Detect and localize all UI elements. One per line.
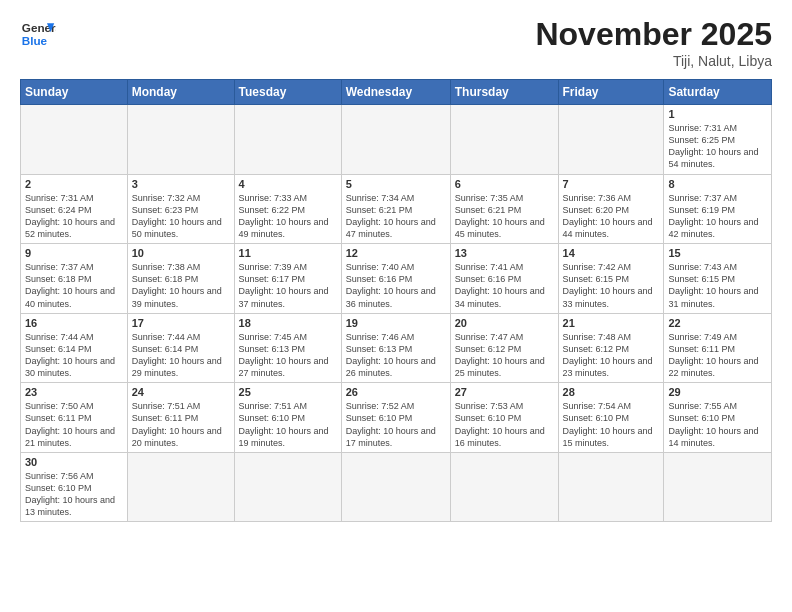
calendar-cell: 21Sunrise: 7:48 AM Sunset: 6:12 PM Dayli… xyxy=(558,313,664,383)
day-number: 7 xyxy=(563,178,660,190)
calendar-cell: 24Sunrise: 7:51 AM Sunset: 6:11 PM Dayli… xyxy=(127,383,234,453)
day-info: Sunrise: 7:49 AM Sunset: 6:11 PM Dayligh… xyxy=(668,331,767,380)
calendar-cell: 16Sunrise: 7:44 AM Sunset: 6:14 PM Dayli… xyxy=(21,313,128,383)
weekday-header-saturday: Saturday xyxy=(664,80,772,105)
calendar-cell: 1Sunrise: 7:31 AM Sunset: 6:25 PM Daylig… xyxy=(664,105,772,175)
weekday-header-wednesday: Wednesday xyxy=(341,80,450,105)
day-info: Sunrise: 7:44 AM Sunset: 6:14 PM Dayligh… xyxy=(132,331,230,380)
calendar-cell: 26Sunrise: 7:52 AM Sunset: 6:10 PM Dayli… xyxy=(341,383,450,453)
day-number: 27 xyxy=(455,386,554,398)
calendar-cell xyxy=(341,105,450,175)
day-info: Sunrise: 7:46 AM Sunset: 6:13 PM Dayligh… xyxy=(346,331,446,380)
day-info: Sunrise: 7:36 AM Sunset: 6:20 PM Dayligh… xyxy=(563,192,660,241)
calendar-cell xyxy=(450,105,558,175)
calendar-week-row: 30Sunrise: 7:56 AM Sunset: 6:10 PM Dayli… xyxy=(21,452,772,522)
day-number: 6 xyxy=(455,178,554,190)
calendar-cell: 14Sunrise: 7:42 AM Sunset: 6:15 PM Dayli… xyxy=(558,244,664,314)
calendar-cell xyxy=(450,452,558,522)
day-number: 26 xyxy=(346,386,446,398)
calendar-cell: 10Sunrise: 7:38 AM Sunset: 6:18 PM Dayli… xyxy=(127,244,234,314)
day-info: Sunrise: 7:41 AM Sunset: 6:16 PM Dayligh… xyxy=(455,261,554,310)
calendar-cell xyxy=(664,452,772,522)
day-info: Sunrise: 7:47 AM Sunset: 6:12 PM Dayligh… xyxy=(455,331,554,380)
weekday-header-row: SundayMondayTuesdayWednesdayThursdayFrid… xyxy=(21,80,772,105)
day-number: 18 xyxy=(239,317,337,329)
day-number: 15 xyxy=(668,247,767,259)
calendar-cell xyxy=(234,105,341,175)
calendar-week-row: 2Sunrise: 7:31 AM Sunset: 6:24 PM Daylig… xyxy=(21,174,772,244)
day-info: Sunrise: 7:55 AM Sunset: 6:10 PM Dayligh… xyxy=(668,400,767,449)
day-number: 25 xyxy=(239,386,337,398)
calendar-cell xyxy=(127,452,234,522)
calendar-cell: 29Sunrise: 7:55 AM Sunset: 6:10 PM Dayli… xyxy=(664,383,772,453)
day-info: Sunrise: 7:53 AM Sunset: 6:10 PM Dayligh… xyxy=(455,400,554,449)
day-number: 17 xyxy=(132,317,230,329)
day-info: Sunrise: 7:48 AM Sunset: 6:12 PM Dayligh… xyxy=(563,331,660,380)
weekday-header-sunday: Sunday xyxy=(21,80,128,105)
day-number: 29 xyxy=(668,386,767,398)
logo: General Blue xyxy=(20,16,56,52)
day-info: Sunrise: 7:54 AM Sunset: 6:10 PM Dayligh… xyxy=(563,400,660,449)
day-number: 3 xyxy=(132,178,230,190)
day-info: Sunrise: 7:51 AM Sunset: 6:10 PM Dayligh… xyxy=(239,400,337,449)
calendar-cell: 7Sunrise: 7:36 AM Sunset: 6:20 PM Daylig… xyxy=(558,174,664,244)
generalblue-logo-icon: General Blue xyxy=(20,16,56,52)
day-info: Sunrise: 7:45 AM Sunset: 6:13 PM Dayligh… xyxy=(239,331,337,380)
svg-text:Blue: Blue xyxy=(22,34,48,47)
day-number: 5 xyxy=(346,178,446,190)
day-number: 11 xyxy=(239,247,337,259)
calendar-cell xyxy=(558,452,664,522)
day-info: Sunrise: 7:35 AM Sunset: 6:21 PM Dayligh… xyxy=(455,192,554,241)
day-info: Sunrise: 7:34 AM Sunset: 6:21 PM Dayligh… xyxy=(346,192,446,241)
calendar-cell: 5Sunrise: 7:34 AM Sunset: 6:21 PM Daylig… xyxy=(341,174,450,244)
day-number: 9 xyxy=(25,247,123,259)
calendar-cell: 4Sunrise: 7:33 AM Sunset: 6:22 PM Daylig… xyxy=(234,174,341,244)
calendar-cell: 18Sunrise: 7:45 AM Sunset: 6:13 PM Dayli… xyxy=(234,313,341,383)
day-number: 21 xyxy=(563,317,660,329)
calendar-cell: 30Sunrise: 7:56 AM Sunset: 6:10 PM Dayli… xyxy=(21,452,128,522)
calendar-table: SundayMondayTuesdayWednesdayThursdayFrid… xyxy=(20,79,772,522)
page: General Blue November 2025 Tiji, Nalut, … xyxy=(0,0,792,612)
calendar-cell: 23Sunrise: 7:50 AM Sunset: 6:11 PM Dayli… xyxy=(21,383,128,453)
calendar-week-row: 1Sunrise: 7:31 AM Sunset: 6:25 PM Daylig… xyxy=(21,105,772,175)
day-info: Sunrise: 7:56 AM Sunset: 6:10 PM Dayligh… xyxy=(25,470,123,519)
calendar-cell: 13Sunrise: 7:41 AM Sunset: 6:16 PM Dayli… xyxy=(450,244,558,314)
day-number: 1 xyxy=(668,108,767,120)
day-info: Sunrise: 7:43 AM Sunset: 6:15 PM Dayligh… xyxy=(668,261,767,310)
day-number: 4 xyxy=(239,178,337,190)
calendar-week-row: 16Sunrise: 7:44 AM Sunset: 6:14 PM Dayli… xyxy=(21,313,772,383)
day-number: 8 xyxy=(668,178,767,190)
day-info: Sunrise: 7:38 AM Sunset: 6:18 PM Dayligh… xyxy=(132,261,230,310)
calendar-cell: 2Sunrise: 7:31 AM Sunset: 6:24 PM Daylig… xyxy=(21,174,128,244)
day-number: 12 xyxy=(346,247,446,259)
calendar-cell: 12Sunrise: 7:40 AM Sunset: 6:16 PM Dayli… xyxy=(341,244,450,314)
day-number: 23 xyxy=(25,386,123,398)
calendar-cell xyxy=(21,105,128,175)
weekday-header-friday: Friday xyxy=(558,80,664,105)
day-info: Sunrise: 7:39 AM Sunset: 6:17 PM Dayligh… xyxy=(239,261,337,310)
weekday-header-monday: Monday xyxy=(127,80,234,105)
calendar-week-row: 9Sunrise: 7:37 AM Sunset: 6:18 PM Daylig… xyxy=(21,244,772,314)
day-number: 16 xyxy=(25,317,123,329)
day-number: 22 xyxy=(668,317,767,329)
title-block: November 2025 Tiji, Nalut, Libya xyxy=(535,16,772,69)
calendar-cell: 6Sunrise: 7:35 AM Sunset: 6:21 PM Daylig… xyxy=(450,174,558,244)
calendar-cell xyxy=(558,105,664,175)
day-info: Sunrise: 7:33 AM Sunset: 6:22 PM Dayligh… xyxy=(239,192,337,241)
day-info: Sunrise: 7:50 AM Sunset: 6:11 PM Dayligh… xyxy=(25,400,123,449)
calendar-week-row: 23Sunrise: 7:50 AM Sunset: 6:11 PM Dayli… xyxy=(21,383,772,453)
day-info: Sunrise: 7:31 AM Sunset: 6:24 PM Dayligh… xyxy=(25,192,123,241)
weekday-header-thursday: Thursday xyxy=(450,80,558,105)
calendar-cell: 22Sunrise: 7:49 AM Sunset: 6:11 PM Dayli… xyxy=(664,313,772,383)
weekday-header-tuesday: Tuesday xyxy=(234,80,341,105)
day-number: 20 xyxy=(455,317,554,329)
calendar-cell: 8Sunrise: 7:37 AM Sunset: 6:19 PM Daylig… xyxy=(664,174,772,244)
day-info: Sunrise: 7:37 AM Sunset: 6:18 PM Dayligh… xyxy=(25,261,123,310)
calendar-title: November 2025 xyxy=(535,16,772,53)
day-info: Sunrise: 7:40 AM Sunset: 6:16 PM Dayligh… xyxy=(346,261,446,310)
day-number: 30 xyxy=(25,456,123,468)
day-number: 28 xyxy=(563,386,660,398)
header: General Blue November 2025 Tiji, Nalut, … xyxy=(20,16,772,69)
day-info: Sunrise: 7:52 AM Sunset: 6:10 PM Dayligh… xyxy=(346,400,446,449)
calendar-cell: 15Sunrise: 7:43 AM Sunset: 6:15 PM Dayli… xyxy=(664,244,772,314)
